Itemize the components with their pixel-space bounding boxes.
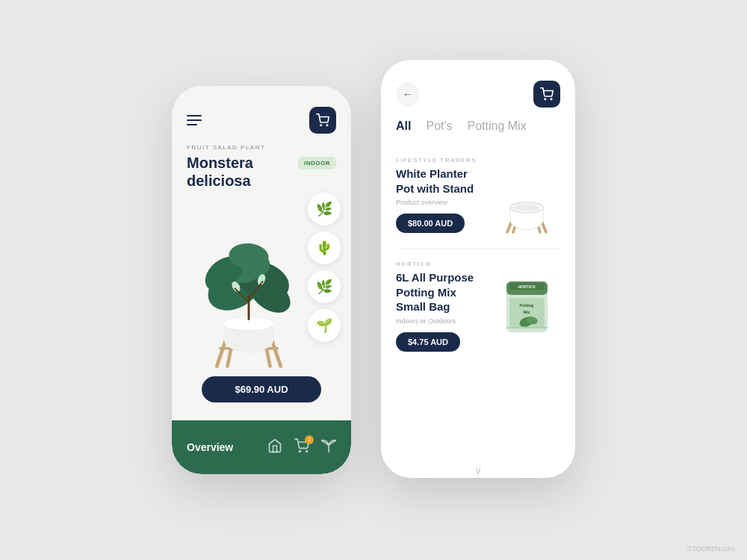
product-desc-1: Product overview — [396, 199, 484, 206]
thumbnail-4[interactable]: 🌱 — [308, 309, 341, 342]
product-price-button-2[interactable]: $4.75 AUD — [396, 332, 460, 352]
plant-info: FRUIT SALAD PLANT Monsteradeliciosa INDO… — [172, 141, 351, 190]
product-brand-1: LIFESTYLE TRADERS — [396, 157, 484, 164]
product-brand-2: HORTICO — [396, 261, 484, 267]
watermark: ©TOOPEN.com — [687, 545, 735, 553]
svg-point-23 — [551, 99, 552, 100]
thumbnail-1[interactable]: 🌿 — [308, 193, 341, 225]
thumbnails: 🌿 🌵 🌿 🌱 — [308, 193, 341, 342]
product-card-2: HORTICO 6L All PurposePotting MixSmall B… — [396, 249, 560, 364]
product-image-2: HORTICO Potting Mix — [493, 273, 560, 340]
scroll-indicator: ∨ — [381, 458, 575, 478]
product-desc-2: Indoors or Outdoors — [396, 317, 484, 325]
nav-overview-label[interactable]: Overview — [187, 441, 233, 453]
nav-home-icon[interactable] — [267, 438, 282, 457]
phones-container: FRUIT SALAD PLANT Monsteradeliciosa INDO… — [172, 82, 575, 478]
svg-point-1 — [326, 125, 328, 126]
back-button[interactable]: ← — [396, 82, 420, 106]
plant-category: FRUIT SALAD PLANT — [187, 144, 336, 151]
product-info-2: HORTICO 6L All PurposePotting MixSmall B… — [396, 261, 484, 352]
phone-products-list: ← All Pot's Potting Mix LIFESTYLE TRADER… — [381, 60, 575, 478]
product-name-1: White PlanterPot with Stand — [396, 167, 484, 196]
svg-point-22 — [545, 99, 546, 100]
thumbnail-3[interactable]: 🌿 — [308, 270, 341, 303]
nav-icons: 1 — [267, 438, 336, 457]
price-button-area: $69.90 AUD — [172, 376, 351, 402]
scroll-down-icon: ∨ — [474, 464, 482, 476]
cart-badge: 1 — [305, 435, 314, 444]
add-to-cart-button[interactable]: $69.90 AUD — [202, 376, 321, 402]
bottom-nav: Overview 1 — [172, 420, 351, 474]
svg-point-31 — [513, 204, 540, 211]
filter-tabs: All Pot's Potting Mix — [381, 119, 575, 145]
product-card-1: LIFESTYLE TRADERS White PlanterPot with … — [396, 145, 560, 249]
products-list: LIFESTYLE TRADERS White PlanterPot with … — [381, 145, 575, 458]
indoor-badge: INDOOR — [298, 157, 336, 169]
product-image-1 — [493, 169, 560, 236]
nav-plant-icon[interactable] — [321, 438, 336, 457]
tab-all[interactable]: All — [396, 119, 411, 133]
phone-plant-detail: FRUIT SALAD PLANT Monsteradeliciosa INDO… — [172, 86, 351, 474]
product-name-2: 6L All PurposePotting MixSmall Bag — [396, 270, 484, 314]
plant-name-row: Monsteradeliciosa INDOOR — [187, 154, 336, 190]
tab-pots[interactable]: Pot's — [426, 119, 452, 133]
svg-point-0 — [320, 125, 322, 126]
plant-image-area: 🌿 🌵 🌿 🌱 — [172, 193, 351, 372]
thumbnail-2[interactable]: 🌵 — [308, 231, 341, 264]
product-price-button-1[interactable]: $80.00 AUD — [396, 214, 465, 233]
svg-point-21 — [306, 450, 308, 452]
svg-text:HORTICO: HORTICO — [518, 284, 535, 289]
hamburger-icon[interactable] — [187, 115, 202, 125]
svg-point-20 — [300, 450, 301, 452]
cart-button-phone1[interactable] — [309, 107, 336, 134]
tab-potting-mix[interactable]: Potting Mix — [468, 119, 527, 133]
phone1-header — [172, 86, 351, 141]
product-info-1: LIFESTYLE TRADERS White PlanterPot with … — [396, 157, 484, 236]
svg-text:Mix: Mix — [523, 310, 530, 314]
nav-cart-icon[interactable]: 1 — [294, 438, 309, 457]
phone2-header: ← — [381, 60, 575, 119]
cart-button-phone2[interactable] — [533, 81, 560, 108]
plant-name: Monsteradeliciosa — [187, 154, 253, 190]
svg-text:Potting: Potting — [519, 303, 533, 308]
